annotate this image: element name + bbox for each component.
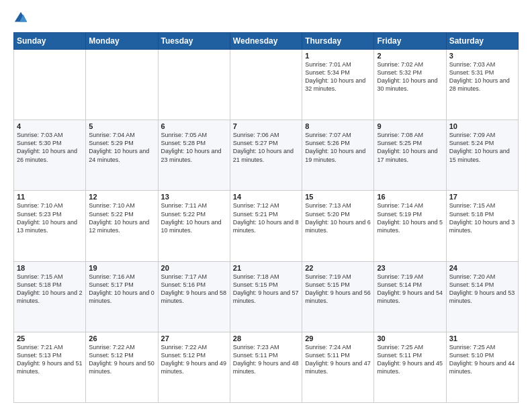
day-number: 31 [449,334,515,342]
day-content: Sunrise: 7:01 AM Sunset: 5:34 PM Dayligh… [305,60,371,93]
day-content: Sunrise: 7:24 AM Sunset: 5:11 PM Dayligh… [305,343,371,376]
day-content: Sunrise: 7:25 AM Sunset: 5:11 PM Dayligh… [377,343,443,376]
calendar-cell: 3Sunrise: 7:03 AM Sunset: 5:31 PM Daylig… [446,50,518,120]
calendar-cell: 1Sunrise: 7:01 AM Sunset: 5:34 PM Daylig… [302,50,374,120]
calendar-cell: 17Sunrise: 7:15 AM Sunset: 5:18 PM Dayli… [446,191,518,261]
logo-icon [13,11,28,26]
day-content: Sunrise: 7:11 AM Sunset: 5:22 PM Dayligh… [161,201,227,234]
day-content: Sunrise: 7:22 AM Sunset: 5:12 PM Dayligh… [161,343,227,376]
calendar-cell: 18Sunrise: 7:15 AM Sunset: 5:18 PM Dayli… [14,261,86,332]
day-content: Sunrise: 7:19 AM Sunset: 5:14 PM Dayligh… [377,273,443,306]
calendar-cell: 26Sunrise: 7:22 AM Sunset: 5:12 PM Dayli… [86,332,158,402]
day-content: Sunrise: 7:02 AM Sunset: 5:32 PM Dayligh… [377,60,443,93]
day-content: Sunrise: 7:10 AM Sunset: 5:23 PM Dayligh… [17,201,83,234]
calendar-week-row: 1Sunrise: 7:01 AM Sunset: 5:34 PM Daylig… [14,50,519,120]
calendar-header-tuesday: Tuesday [158,33,230,50]
calendar-cell: 8Sunrise: 7:07 AM Sunset: 5:26 PM Daylig… [302,120,374,191]
day-number: 6 [161,122,227,130]
calendar-cell: 10Sunrise: 7:09 AM Sunset: 5:24 PM Dayli… [446,120,518,191]
calendar-cell: 6Sunrise: 7:05 AM Sunset: 5:28 PM Daylig… [158,120,230,191]
calendar-week-row: 18Sunrise: 7:15 AM Sunset: 5:18 PM Dayli… [14,261,519,332]
day-number: 26 [89,334,154,342]
day-content: Sunrise: 7:14 AM Sunset: 5:19 PM Dayligh… [377,201,443,234]
calendar-week-row: 11Sunrise: 7:10 AM Sunset: 5:23 PM Dayli… [14,191,519,261]
day-number: 12 [89,193,154,201]
day-content: Sunrise: 7:16 AM Sunset: 5:17 PM Dayligh… [89,273,154,306]
day-content: Sunrise: 7:19 AM Sunset: 5:15 PM Dayligh… [305,273,371,306]
calendar-cell: 14Sunrise: 7:12 AM Sunset: 5:21 PM Dayli… [230,191,302,261]
day-content: Sunrise: 7:20 AM Sunset: 5:14 PM Dayligh… [449,273,515,306]
day-number: 7 [233,122,299,130]
calendar-cell: 24Sunrise: 7:20 AM Sunset: 5:14 PM Dayli… [446,261,518,332]
day-number: 25 [17,334,83,342]
calendar-cell: 28Sunrise: 7:23 AM Sunset: 5:11 PM Dayli… [230,332,302,402]
day-content: Sunrise: 7:18 AM Sunset: 5:15 PM Dayligh… [233,273,299,306]
day-number: 15 [305,193,371,201]
day-number: 2 [377,52,443,60]
calendar-cell: 22Sunrise: 7:19 AM Sunset: 5:15 PM Dayli… [302,261,374,332]
calendar-cell: 31Sunrise: 7:25 AM Sunset: 5:10 PM Dayli… [446,332,518,402]
day-number: 24 [449,264,515,272]
calendar-cell: 16Sunrise: 7:14 AM Sunset: 5:19 PM Dayli… [374,191,446,261]
day-content: Sunrise: 7:15 AM Sunset: 5:18 PM Dayligh… [17,273,83,306]
day-number: 18 [17,264,83,272]
calendar-header-sunday: Sunday [14,33,86,50]
calendar-header-saturday: Saturday [446,33,518,50]
day-content: Sunrise: 7:23 AM Sunset: 5:11 PM Dayligh… [233,343,299,376]
calendar-cell: 13Sunrise: 7:11 AM Sunset: 5:22 PM Dayli… [158,191,230,261]
day-number: 13 [161,193,227,201]
calendar-table: SundayMondayTuesdayWednesdayThursdayFrid… [13,32,519,403]
day-number: 3 [449,52,515,60]
day-content: Sunrise: 7:06 AM Sunset: 5:27 PM Dayligh… [233,131,299,164]
calendar-header-thursday: Thursday [302,33,374,50]
calendar-cell: 23Sunrise: 7:19 AM Sunset: 5:14 PM Dayli… [374,261,446,332]
day-number: 29 [305,334,371,342]
day-number: 20 [161,264,227,272]
calendar-week-row: 25Sunrise: 7:21 AM Sunset: 5:13 PM Dayli… [14,332,519,402]
calendar-cell: 25Sunrise: 7:21 AM Sunset: 5:13 PM Dayli… [14,332,86,402]
calendar-cell: 4Sunrise: 7:03 AM Sunset: 5:30 PM Daylig… [14,120,86,191]
logo [13,11,31,26]
calendar-cell: 9Sunrise: 7:08 AM Sunset: 5:25 PM Daylig… [374,120,446,191]
day-number: 1 [305,52,371,60]
day-number: 9 [377,122,443,130]
day-content: Sunrise: 7:03 AM Sunset: 5:30 PM Dayligh… [17,131,83,164]
day-content: Sunrise: 7:22 AM Sunset: 5:12 PM Dayligh… [89,343,154,376]
day-number: 5 [89,122,154,130]
calendar-header-row: SundayMondayTuesdayWednesdayThursdayFrid… [14,33,519,50]
calendar-cell: 2Sunrise: 7:02 AM Sunset: 5:32 PM Daylig… [374,50,446,120]
day-content: Sunrise: 7:05 AM Sunset: 5:28 PM Dayligh… [161,131,227,164]
day-number: 21 [233,264,299,272]
day-number: 4 [17,122,83,130]
day-content: Sunrise: 7:10 AM Sunset: 5:22 PM Dayligh… [89,201,154,234]
day-content: Sunrise: 7:13 AM Sunset: 5:20 PM Dayligh… [305,201,371,234]
calendar-cell: 19Sunrise: 7:16 AM Sunset: 5:17 PM Dayli… [86,261,158,332]
calendar-cell [158,50,230,120]
calendar-cell: 5Sunrise: 7:04 AM Sunset: 5:29 PM Daylig… [86,120,158,191]
day-content: Sunrise: 7:08 AM Sunset: 5:25 PM Dayligh… [377,131,443,164]
day-content: Sunrise: 7:09 AM Sunset: 5:24 PM Dayligh… [449,131,515,164]
calendar-header-wednesday: Wednesday [230,33,302,50]
day-number: 28 [233,334,299,342]
calendar-cell: 29Sunrise: 7:24 AM Sunset: 5:11 PM Dayli… [302,332,374,402]
day-number: 19 [89,264,154,272]
day-content: Sunrise: 7:03 AM Sunset: 5:31 PM Dayligh… [449,60,515,93]
day-content: Sunrise: 7:17 AM Sunset: 5:16 PM Dayligh… [161,273,227,306]
calendar-header-monday: Monday [86,33,158,50]
day-content: Sunrise: 7:21 AM Sunset: 5:13 PM Dayligh… [17,343,83,376]
day-number: 10 [449,122,515,130]
day-number: 14 [233,193,299,201]
page: SundayMondayTuesdayWednesdayThursdayFrid… [0,0,532,411]
calendar-cell: 21Sunrise: 7:18 AM Sunset: 5:15 PM Dayli… [230,261,302,332]
calendar-cell [14,50,86,120]
calendar-cell [230,50,302,120]
calendar-cell [86,50,158,120]
day-number: 23 [377,264,443,272]
day-number: 30 [377,334,443,342]
calendar-week-row: 4Sunrise: 7:03 AM Sunset: 5:30 PM Daylig… [14,120,519,191]
day-content: Sunrise: 7:04 AM Sunset: 5:29 PM Dayligh… [89,131,154,164]
calendar-cell: 27Sunrise: 7:22 AM Sunset: 5:12 PM Dayli… [158,332,230,402]
day-content: Sunrise: 7:12 AM Sunset: 5:21 PM Dayligh… [233,201,299,234]
day-number: 27 [161,334,227,342]
header [13,11,519,26]
